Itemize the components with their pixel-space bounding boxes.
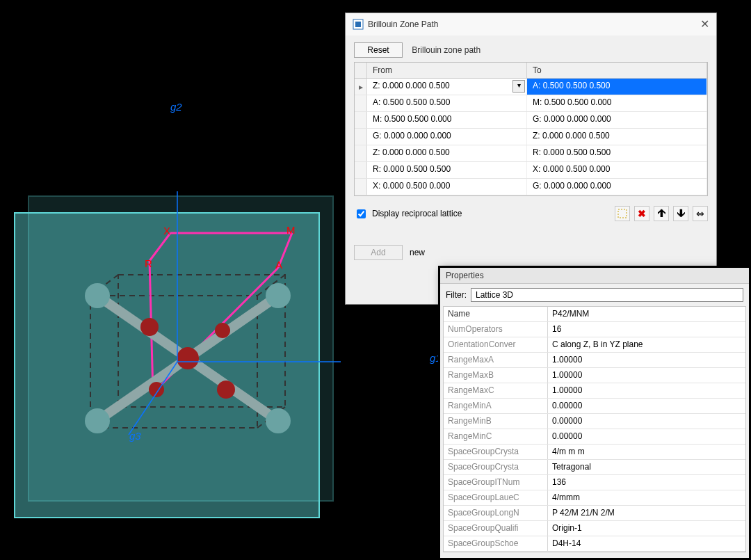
- bz-row[interactable]: M: 0.500 0.500 0.000G: 0.000 0.000 0.000: [355, 112, 707, 129]
- row-selector-icon[interactable]: [355, 145, 367, 161]
- property-row[interactable]: RangeMaxC1.00000: [444, 383, 745, 399]
- property-value[interactable]: P 42/M 21/N 2/M: [548, 506, 745, 520]
- row-selector-icon[interactable]: [355, 95, 367, 111]
- arrow-both-icon[interactable]: ⇔: [693, 206, 708, 221]
- property-value[interactable]: D4H-14: [548, 536, 745, 551]
- property-value[interactable]: 1.00000: [548, 353, 745, 367]
- property-value[interactable]: P42/MNM: [548, 307, 745, 321]
- property-value[interactable]: 1.00000: [548, 383, 745, 398]
- property-row[interactable]: RangeMaxA1.00000: [444, 353, 745, 368]
- property-row[interactable]: SpaceGroupLaueC4/mmm: [444, 490, 745, 506]
- close-icon[interactable]: ✕: [700, 13, 709, 35]
- bz-row[interactable]: X: 0.000 0.500 0.000G: 0.000 0.000 0.000: [355, 179, 707, 195]
- property-value[interactable]: 4/m m m: [548, 445, 745, 459]
- property-name: RangeMaxA: [444, 353, 548, 367]
- property-row[interactable]: SpaceGroupLongNP 42/M 21/N 2/M: [444, 506, 745, 521]
- bz-path-table: From To ▸Z: 0.000 0.000 0.500▾A: 0.500 0…: [354, 62, 708, 196]
- chevron-down-icon[interactable]: ▾: [512, 80, 525, 93]
- property-name: Name: [444, 307, 548, 321]
- property-row[interactable]: RangeMinC0.00000: [444, 429, 745, 445]
- axis-g3-label: g3: [129, 430, 141, 442]
- bz-cell-from[interactable]: G: 0.000 0.000 0.000: [367, 129, 527, 145]
- properties-title: Properties: [440, 268, 749, 284]
- property-value[interactable]: Tetragonal: [548, 460, 745, 474]
- row-selector-icon[interactable]: [355, 129, 367, 145]
- bz-row[interactable]: Z: 0.000 0.000 0.500R: 0.000 0.500 0.500: [355, 145, 707, 162]
- property-name: SpaceGroupLaueC: [444, 490, 548, 505]
- property-value[interactable]: 0.00000: [548, 399, 745, 413]
- bz-cell-to[interactable]: G: 0.000 0.000 0.000: [527, 112, 707, 128]
- display-lattice-input[interactable]: [357, 209, 366, 218]
- reset-button[interactable]: Reset: [354, 42, 403, 58]
- property-name: RangeMinC: [444, 429, 548, 444]
- svg-line-6: [150, 233, 170, 261]
- bz-cell-to[interactable]: G: 0.000 0.000 0.000: [527, 179, 707, 195]
- bz-cell-from[interactable]: R: 0.000 0.500 0.500: [367, 162, 527, 178]
- property-row[interactable]: SpaceGroupSchoeD4H-14: [444, 536, 745, 552]
- property-name: SpaceGroupCrysta: [444, 460, 548, 474]
- property-row[interactable]: RangeMaxB1.00000: [444, 368, 745, 383]
- col-header-to[interactable]: To: [527, 63, 707, 78]
- property-name: RangeMinB: [444, 414, 548, 429]
- bz-row[interactable]: ▸Z: 0.000 0.000 0.500▾A: 0.500 0.500 0.5…: [355, 79, 707, 95]
- property-name: SpaceGroupSchoe: [444, 536, 548, 551]
- delete-x-icon[interactable]: ✖: [634, 206, 649, 221]
- bz-cell-to[interactable]: R: 0.000 0.500 0.500: [527, 145, 707, 161]
- foot-new-label: new: [410, 248, 425, 257]
- svg-point-14: [266, 283, 291, 308]
- property-row[interactable]: SpaceGroupITNum136: [444, 475, 745, 490]
- arrow-down-icon[interactable]: 🡳: [673, 206, 688, 221]
- bz-cell-to[interactable]: M: 0.500 0.500 0.000: [527, 95, 707, 111]
- property-value[interactable]: 4/mmm: [548, 490, 745, 505]
- arrow-up-icon[interactable]: 🡱: [654, 206, 669, 221]
- row-selector-icon[interactable]: [355, 112, 367, 128]
- property-row[interactable]: SpaceGroupCrystaTetragonal: [444, 460, 745, 475]
- tab-bz-path[interactable]: Brillouin zone path: [405, 45, 481, 55]
- property-row[interactable]: RangeMinA0.00000: [444, 399, 745, 414]
- select-rect-icon[interactable]: [615, 206, 630, 221]
- bz-cell-to[interactable]: Z: 0.000 0.000 0.500: [527, 129, 707, 145]
- bz-cell-to[interactable]: A: 0.500 0.500 0.500: [527, 79, 707, 95]
- property-row[interactable]: OrientationConverC along Z, B in YZ plan…: [444, 337, 745, 353]
- svg-rect-27: [618, 209, 627, 218]
- display-lattice-checkbox[interactable]: Display reciprocal lattice: [354, 207, 462, 221]
- bz-cell-from[interactable]: X: 0.000 0.500 0.000: [367, 179, 527, 195]
- bz-cell-from[interactable]: Z: 0.000 0.000 0.500: [367, 145, 527, 161]
- property-value[interactable]: 16: [548, 322, 745, 337]
- property-value[interactable]: 1.00000: [548, 368, 745, 383]
- property-value[interactable]: 0.00000: [548, 414, 745, 429]
- property-value[interactable]: 0.00000: [548, 429, 745, 444]
- bz-row[interactable]: R: 0.000 0.500 0.500X: 0.000 0.500 0.000: [355, 162, 707, 179]
- add-button[interactable]: Add: [354, 245, 403, 260]
- row-action-toolbar: ✖ 🡱 🡳 ⇔: [615, 206, 708, 221]
- bz-cell-from[interactable]: A: 0.500 0.500 0.500: [367, 95, 527, 111]
- filter-input[interactable]: [471, 288, 743, 302]
- property-row[interactable]: SpaceGroupCrysta4/m m m: [444, 445, 745, 460]
- property-value[interactable]: Origin-1: [548, 521, 745, 536]
- bz-row[interactable]: A: 0.500 0.500 0.500M: 0.500 0.500 0.000: [355, 95, 707, 112]
- properties-table: NameP42/MNMNumOperators16OrientationConv…: [443, 306, 746, 552]
- bz-row[interactable]: G: 0.000 0.000 0.000Z: 0.000 0.000 0.500: [355, 129, 707, 145]
- point-r-label: R: [145, 257, 152, 269]
- svg-point-13: [85, 283, 110, 308]
- row-selector-icon[interactable]: [355, 179, 367, 195]
- property-name: RangeMaxC: [444, 383, 548, 398]
- property-row[interactable]: SpaceGroupQualifiOrigin-1: [444, 521, 745, 536]
- property-row[interactable]: RangeMinB0.00000: [444, 414, 745, 429]
- property-name: SpaceGroupCrysta: [444, 445, 548, 459]
- bz-cell-to[interactable]: X: 0.000 0.500 0.000: [527, 162, 707, 178]
- row-selector-icon[interactable]: ▸: [355, 79, 367, 95]
- property-name: NumOperators: [444, 322, 548, 337]
- bz-cell-from[interactable]: M: 0.500 0.500 0.000: [367, 112, 527, 128]
- property-value[interactable]: 136: [548, 475, 745, 490]
- point-x-label: X: [163, 225, 170, 237]
- filter-label: Filter:: [446, 290, 467, 300]
- bz-cell-from[interactable]: Z: 0.000 0.000 0.500▾: [367, 79, 527, 95]
- row-selector-icon[interactable]: [355, 162, 367, 178]
- property-row[interactable]: NumOperators16: [444, 322, 745, 337]
- dialog-titlebar[interactable]: Brillouin Zone Path ✕: [346, 13, 716, 35]
- property-value[interactable]: C along Z, B in YZ plane: [548, 337, 745, 352]
- col-header-from[interactable]: From: [367, 63, 527, 78]
- svg-point-18: [140, 318, 159, 336]
- property-row[interactable]: NameP42/MNM: [444, 307, 745, 322]
